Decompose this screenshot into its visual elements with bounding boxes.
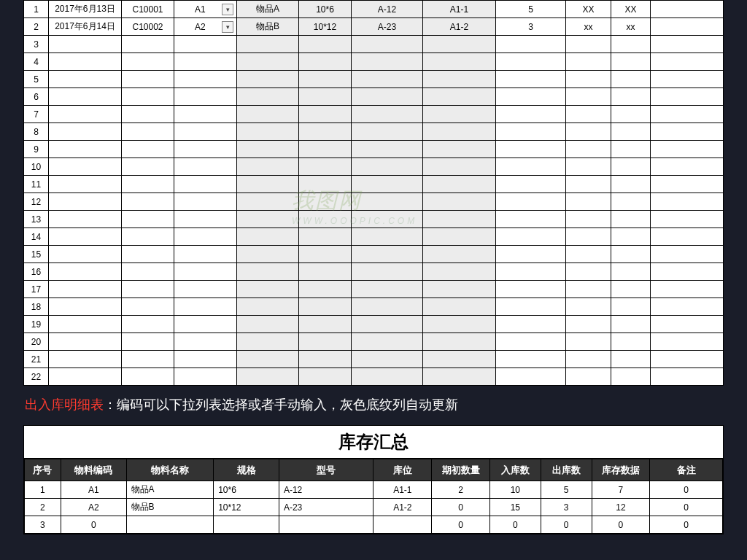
summary-cell[interactable]: A1-1	[374, 481, 432, 499]
cell[interactable]	[566, 263, 611, 281]
cell[interactable]	[49, 263, 122, 281]
summary-cell[interactable]: 15	[489, 499, 541, 516]
cell[interactable]	[423, 53, 496, 71]
cell[interactable]	[299, 36, 352, 53]
cell[interactable]: xx	[611, 18, 651, 36]
cell[interactable]	[237, 141, 299, 158]
cell[interactable]	[651, 281, 724, 298]
cell[interactable]	[49, 88, 122, 106]
cell[interactable]	[352, 263, 423, 281]
summary-cell[interactable]: 0	[592, 516, 650, 534]
cell[interactable]	[49, 141, 122, 158]
cell[interactable]	[299, 106, 352, 123]
cell[interactable]	[423, 193, 496, 211]
cell[interactable]	[122, 368, 174, 386]
cell[interactable]	[299, 141, 352, 158]
cell[interactable]	[611, 298, 651, 316]
cell[interactable]	[49, 106, 122, 123]
cell[interactable]	[49, 333, 122, 351]
cell[interactable]	[566, 333, 611, 351]
summary-cell[interactable]: 物品B	[126, 499, 214, 516]
cell[interactable]	[496, 106, 566, 123]
cell[interactable]	[122, 106, 174, 123]
cell[interactable]	[423, 228, 496, 246]
summary-cell[interactable]: 0	[650, 516, 723, 534]
cell[interactable]: A1-2	[423, 18, 496, 36]
cell[interactable]	[651, 36, 724, 53]
cell[interactable]	[496, 158, 566, 176]
cell[interactable]	[423, 263, 496, 281]
cell[interactable]	[299, 281, 352, 298]
cell[interactable]	[174, 211, 237, 228]
cell[interactable]	[651, 193, 724, 211]
cell[interactable]	[611, 211, 651, 228]
cell[interactable]	[237, 123, 299, 141]
cell[interactable]	[299, 71, 352, 88]
cell[interactable]	[423, 316, 496, 333]
cell[interactable]	[299, 333, 352, 351]
cell[interactable]	[174, 158, 237, 176]
summary-cell[interactable]: 2	[25, 499, 61, 516]
cell[interactable]	[49, 53, 122, 71]
cell[interactable]: 7	[24, 106, 49, 123]
cell[interactable]	[122, 281, 174, 298]
cell[interactable]	[122, 88, 174, 106]
cell[interactable]	[122, 193, 174, 211]
cell[interactable]	[237, 263, 299, 281]
cell[interactable]	[352, 368, 423, 386]
cell[interactable]	[496, 71, 566, 88]
cell[interactable]	[237, 158, 299, 176]
summary-cell[interactable]: A-12	[279, 481, 374, 499]
cell[interactable]	[122, 298, 174, 316]
cell[interactable]: 5	[496, 1, 566, 18]
cell[interactable]	[651, 106, 724, 123]
cell[interactable]	[352, 36, 423, 53]
cell[interactable]	[237, 333, 299, 351]
summary-cell[interactable]: 3	[25, 516, 61, 534]
cell[interactable]	[611, 123, 651, 141]
cell[interactable]	[423, 36, 496, 53]
cell[interactable]	[122, 36, 174, 53]
cell[interactable]	[611, 351, 651, 368]
summary-cell[interactable]: 1	[25, 481, 61, 499]
summary-cell[interactable]: 10*6	[214, 481, 279, 499]
cell[interactable]	[122, 71, 174, 88]
summary-cell[interactable]: A-23	[279, 499, 374, 516]
cell[interactable]: 19	[24, 316, 49, 333]
cell[interactable]	[299, 158, 352, 176]
cell[interactable]	[651, 246, 724, 263]
cell[interactable]	[352, 176, 423, 193]
cell[interactable]	[611, 158, 651, 176]
cell[interactable]	[237, 211, 299, 228]
cell[interactable]	[237, 193, 299, 211]
cell[interactable]	[237, 176, 299, 193]
summary-cell[interactable]: 3	[541, 499, 592, 516]
summary-cell[interactable]	[374, 516, 432, 534]
cell[interactable]	[122, 228, 174, 246]
cell[interactable]: 13	[24, 211, 49, 228]
cell[interactable]	[49, 368, 122, 386]
cell[interactable]	[174, 281, 237, 298]
cell[interactable]	[423, 176, 496, 193]
cell[interactable]	[611, 193, 651, 211]
cell[interactable]: 3	[496, 18, 566, 36]
cell[interactable]: XX	[566, 1, 611, 18]
cell[interactable]	[49, 211, 122, 228]
cell[interactable]	[174, 53, 237, 71]
summary-cell[interactable]: 0	[541, 516, 592, 534]
cell[interactable]	[651, 88, 724, 106]
cell[interactable]	[611, 281, 651, 298]
cell[interactable]	[566, 176, 611, 193]
cell[interactable]	[611, 228, 651, 246]
summary-cell[interactable]	[279, 516, 374, 534]
cell[interactable]	[174, 228, 237, 246]
cell[interactable]: 2017年6月13日	[49, 1, 122, 18]
cell[interactable]: 2017年6月14日	[49, 18, 122, 36]
cell[interactable]: A1-1	[423, 1, 496, 18]
cell[interactable]	[651, 263, 724, 281]
cell[interactable]	[174, 141, 237, 158]
cell[interactable]	[566, 36, 611, 53]
cell[interactable]	[237, 228, 299, 246]
cell[interactable]	[122, 333, 174, 351]
cell[interactable]	[237, 88, 299, 106]
